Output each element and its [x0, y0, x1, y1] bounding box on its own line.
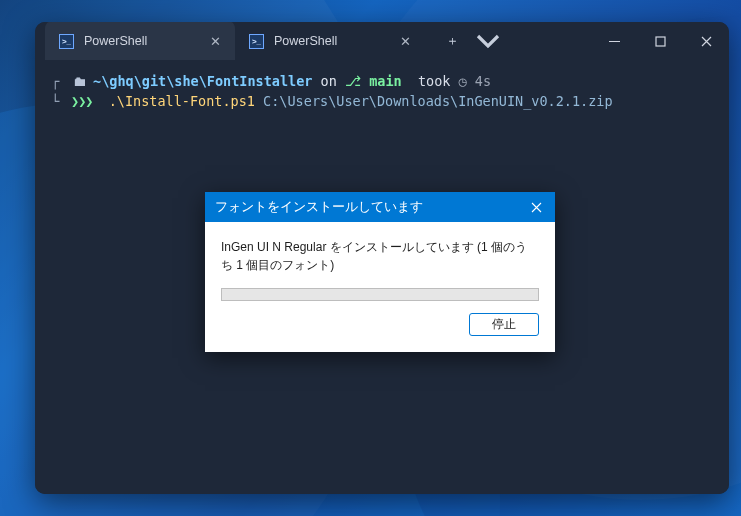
- dialog-title-text: フォントをインストールしています: [215, 198, 423, 216]
- font-install-dialog: フォントをインストールしています InGen UI N Regular をインス…: [205, 192, 555, 352]
- tab-powershell-2[interactable]: >_ PowerShell ✕: [235, 22, 425, 60]
- new-tab-button[interactable]: ＋: [437, 26, 467, 56]
- close-tab-icon[interactable]: ✕: [210, 34, 221, 49]
- tab-label: PowerShell: [274, 34, 337, 48]
- svg-rect-0: [609, 41, 620, 42]
- tab-strip: >_ PowerShell ✕ >_ PowerShell ✕: [35, 22, 425, 60]
- prompt-duration: 4s: [475, 73, 491, 89]
- progress-bar: [221, 288, 539, 301]
- tab-powershell-1[interactable]: >_ PowerShell ✕: [45, 22, 235, 60]
- prompt-chevrons: ❯❯❯: [71, 93, 92, 109]
- tab-label: PowerShell: [84, 34, 147, 48]
- dialog-body: InGen UI N Regular をインストールしています (1 個のうち …: [205, 222, 555, 313]
- window-titlebar: >_ PowerShell ✕ >_ PowerShell ✕ ＋: [35, 22, 729, 60]
- git-branch-icon: ⎇: [345, 73, 361, 89]
- git-branch-name: main: [369, 73, 402, 89]
- dialog-close-button[interactable]: [517, 192, 555, 222]
- prompt-took: took: [418, 73, 451, 89]
- dialog-footer: 停止: [205, 313, 555, 352]
- terminal-body[interactable]: ┌🖿~\ghq\git\she\FontInstaller on ⎇ main …: [35, 60, 729, 494]
- prompt-path-line: ┌🖿~\ghq\git\she\FontInstaller on ⎇ main …: [49, 72, 715, 92]
- dialog-titlebar[interactable]: フォントをインストールしています: [205, 192, 555, 222]
- tab-actions: ＋: [431, 22, 509, 60]
- prompt-corner-icon: ┌: [51, 72, 65, 92]
- prompt-corner-icon: └: [51, 92, 65, 112]
- command-argument: C:\Users\User\Downloads\InGenUIN_v0.2.1.…: [263, 93, 613, 109]
- clock-icon: ◷: [459, 73, 467, 89]
- svg-rect-1: [656, 37, 665, 46]
- powershell-icon: >_: [59, 34, 74, 49]
- window-controls: [591, 22, 729, 60]
- close-window-button[interactable]: [683, 22, 729, 60]
- close-tab-icon[interactable]: ✕: [400, 34, 411, 49]
- powershell-icon: >_: [249, 34, 264, 49]
- command-line: └❯❯❯ .\Install-Font.ps1 C:\Users\User\Do…: [49, 92, 715, 112]
- prompt-on: on: [321, 73, 337, 89]
- dialog-message: InGen UI N Regular をインストールしています (1 個のうち …: [221, 238, 539, 274]
- maximize-button[interactable]: [637, 22, 683, 60]
- folder-icon: 🖿: [73, 72, 87, 92]
- terminal-window: >_ PowerShell ✕ >_ PowerShell ✕ ＋: [35, 22, 729, 494]
- tab-dropdown-button[interactable]: [473, 26, 503, 56]
- command-script: .\Install-Font.ps1: [109, 93, 255, 109]
- prompt-path: ~\ghq\git\she\FontInstaller: [93, 73, 312, 89]
- minimize-button[interactable]: [591, 22, 637, 60]
- stop-button[interactable]: 停止: [469, 313, 539, 336]
